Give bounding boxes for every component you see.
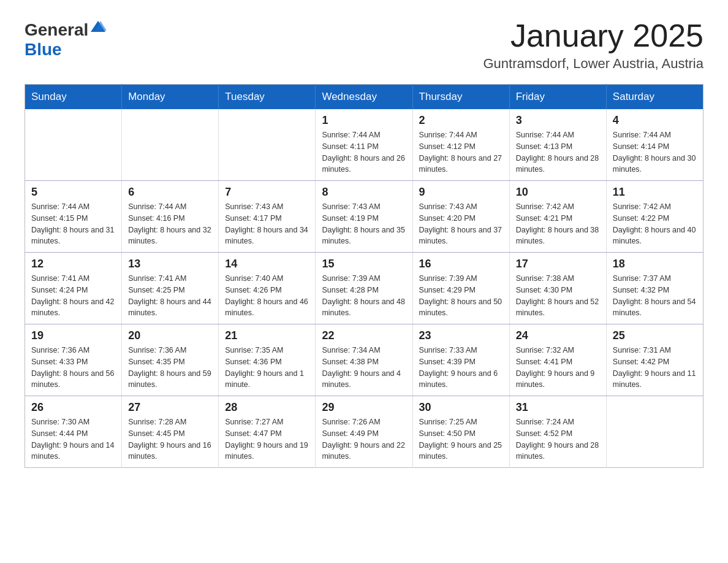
calendar-cell: 24Sunrise: 7:32 AM Sunset: 4:41 PM Dayli…	[509, 324, 606, 396]
week-row-5: 26Sunrise: 7:30 AM Sunset: 4:44 PM Dayli…	[25, 396, 703, 468]
day-info: Sunrise: 7:34 AM Sunset: 4:38 PM Dayligh…	[322, 345, 406, 391]
day-info: Sunrise: 7:39 AM Sunset: 4:29 PM Dayligh…	[419, 273, 503, 319]
day-number: 21	[225, 329, 309, 342]
day-number: 7	[225, 186, 309, 199]
calendar-cell: 29Sunrise: 7:26 AM Sunset: 4:49 PM Dayli…	[316, 396, 412, 468]
calendar-cell: 8Sunrise: 7:43 AM Sunset: 4:19 PM Daylig…	[316, 181, 412, 253]
header-cell-sunday: Sunday	[25, 85, 122, 110]
header-cell-monday: Monday	[122, 85, 219, 110]
week-row-4: 19Sunrise: 7:36 AM Sunset: 4:33 PM Dayli…	[25, 324, 703, 396]
calendar-cell: 2Sunrise: 7:44 AM Sunset: 4:12 PM Daylig…	[412, 109, 509, 181]
day-number: 28	[225, 401, 309, 414]
day-number: 14	[225, 258, 309, 270]
calendar-cell	[219, 109, 316, 181]
calendar-cell: 30Sunrise: 7:25 AM Sunset: 4:50 PM Dayli…	[412, 396, 509, 468]
day-number: 29	[322, 401, 406, 414]
day-number: 12	[31, 258, 115, 270]
header-cell-wednesday: Wednesday	[316, 85, 412, 110]
calendar-cell: 7Sunrise: 7:43 AM Sunset: 4:17 PM Daylig…	[219, 181, 316, 253]
calendar-cell: 13Sunrise: 7:41 AM Sunset: 4:25 PM Dayli…	[122, 253, 219, 324]
calendar-cell	[122, 109, 219, 181]
week-row-2: 5Sunrise: 7:44 AM Sunset: 4:15 PM Daylig…	[25, 181, 703, 253]
day-info: Sunrise: 7:43 AM Sunset: 4:19 PM Dayligh…	[322, 201, 406, 247]
calendar-cell	[606, 396, 703, 468]
day-info: Sunrise: 7:42 AM Sunset: 4:21 PM Dayligh…	[516, 201, 600, 247]
day-info: Sunrise: 7:27 AM Sunset: 4:47 PM Dayligh…	[225, 416, 309, 462]
calendar-cell: 11Sunrise: 7:42 AM Sunset: 4:22 PM Dayli…	[606, 181, 703, 253]
header-cell-thursday: Thursday	[412, 85, 509, 110]
calendar-body: 1Sunrise: 7:44 AM Sunset: 4:11 PM Daylig…	[25, 109, 703, 468]
day-info: Sunrise: 7:26 AM Sunset: 4:49 PM Dayligh…	[322, 416, 406, 462]
day-number: 13	[128, 258, 212, 270]
day-info: Sunrise: 7:28 AM Sunset: 4:45 PM Dayligh…	[128, 416, 212, 462]
day-number: 6	[128, 186, 212, 199]
day-info: Sunrise: 7:36 AM Sunset: 4:35 PM Dayligh…	[128, 345, 212, 391]
calendar-cell: 22Sunrise: 7:34 AM Sunset: 4:38 PM Dayli…	[316, 324, 412, 396]
day-number: 17	[516, 258, 600, 270]
day-info: Sunrise: 7:41 AM Sunset: 4:24 PM Dayligh…	[31, 273, 115, 319]
day-number: 20	[128, 329, 212, 342]
calendar-cell: 1Sunrise: 7:44 AM Sunset: 4:11 PM Daylig…	[316, 109, 412, 181]
header-cell-saturday: Saturday	[606, 85, 703, 110]
location-title: Guntramsdorf, Lower Austria, Austria	[483, 56, 704, 72]
header-cell-tuesday: Tuesday	[219, 85, 316, 110]
calendar-cell: 28Sunrise: 7:27 AM Sunset: 4:47 PM Dayli…	[219, 396, 316, 468]
day-info: Sunrise: 7:44 AM Sunset: 4:11 PM Dayligh…	[322, 129, 406, 175]
logo-icon	[89, 18, 107, 36]
day-info: Sunrise: 7:33 AM Sunset: 4:39 PM Dayligh…	[419, 345, 503, 391]
day-number: 31	[516, 401, 600, 414]
week-row-3: 12Sunrise: 7:41 AM Sunset: 4:24 PM Dayli…	[25, 253, 703, 324]
day-number: 22	[322, 329, 406, 342]
day-info: Sunrise: 7:44 AM Sunset: 4:16 PM Dayligh…	[128, 201, 212, 247]
page-header: General Blue January 2025 Guntramsdorf, …	[25, 18, 703, 72]
day-info: Sunrise: 7:44 AM Sunset: 4:14 PM Dayligh…	[613, 129, 697, 175]
day-number: 4	[613, 114, 697, 127]
day-info: Sunrise: 7:42 AM Sunset: 4:22 PM Dayligh…	[613, 201, 697, 247]
logo[interactable]: General Blue	[25, 18, 107, 59]
day-number: 10	[516, 186, 600, 199]
day-number: 16	[419, 258, 503, 270]
day-info: Sunrise: 7:44 AM Sunset: 4:15 PM Dayligh…	[31, 201, 115, 247]
day-number: 23	[419, 329, 503, 342]
day-number: 2	[419, 114, 503, 127]
calendar-cell: 18Sunrise: 7:37 AM Sunset: 4:32 PM Dayli…	[606, 253, 703, 324]
calendar-cell: 23Sunrise: 7:33 AM Sunset: 4:39 PM Dayli…	[412, 324, 509, 396]
calendar-cell: 16Sunrise: 7:39 AM Sunset: 4:29 PM Dayli…	[412, 253, 509, 324]
day-number: 30	[419, 401, 503, 414]
day-number: 3	[516, 114, 600, 127]
calendar-cell: 21Sunrise: 7:35 AM Sunset: 4:36 PM Dayli…	[219, 324, 316, 396]
calendar-cell: 27Sunrise: 7:28 AM Sunset: 4:45 PM Dayli…	[122, 396, 219, 468]
day-info: Sunrise: 7:31 AM Sunset: 4:42 PM Dayligh…	[613, 345, 697, 391]
day-info: Sunrise: 7:38 AM Sunset: 4:30 PM Dayligh…	[516, 273, 600, 319]
calendar-cell: 9Sunrise: 7:43 AM Sunset: 4:20 PM Daylig…	[412, 181, 509, 253]
day-info: Sunrise: 7:43 AM Sunset: 4:20 PM Dayligh…	[419, 201, 503, 247]
day-info: Sunrise: 7:25 AM Sunset: 4:50 PM Dayligh…	[419, 416, 503, 462]
day-info: Sunrise: 7:40 AM Sunset: 4:26 PM Dayligh…	[225, 273, 309, 319]
calendar-cell: 5Sunrise: 7:44 AM Sunset: 4:15 PM Daylig…	[25, 181, 122, 253]
day-number: 18	[613, 258, 697, 270]
calendar-cell: 6Sunrise: 7:44 AM Sunset: 4:16 PM Daylig…	[122, 181, 219, 253]
day-number: 5	[31, 186, 115, 199]
day-info: Sunrise: 7:37 AM Sunset: 4:32 PM Dayligh…	[613, 273, 697, 319]
calendar-cell: 15Sunrise: 7:39 AM Sunset: 4:28 PM Dayli…	[316, 253, 412, 324]
day-info: Sunrise: 7:43 AM Sunset: 4:17 PM Dayligh…	[225, 201, 309, 247]
day-number: 1	[322, 114, 406, 127]
calendar-cell: 20Sunrise: 7:36 AM Sunset: 4:35 PM Dayli…	[122, 324, 219, 396]
calendar-cell: 26Sunrise: 7:30 AM Sunset: 4:44 PM Dayli…	[25, 396, 122, 468]
day-info: Sunrise: 7:39 AM Sunset: 4:28 PM Dayligh…	[322, 273, 406, 319]
day-number: 24	[516, 329, 600, 342]
day-number: 26	[31, 401, 115, 414]
header-cell-friday: Friday	[509, 85, 606, 110]
week-row-1: 1Sunrise: 7:44 AM Sunset: 4:11 PM Daylig…	[25, 109, 703, 181]
calendar-cell: 17Sunrise: 7:38 AM Sunset: 4:30 PM Dayli…	[509, 253, 606, 324]
calendar-cell: 10Sunrise: 7:42 AM Sunset: 4:21 PM Dayli…	[509, 181, 606, 253]
day-number: 27	[128, 401, 212, 414]
calendar-cell	[25, 109, 122, 181]
day-info: Sunrise: 7:35 AM Sunset: 4:36 PM Dayligh…	[225, 345, 309, 391]
day-info: Sunrise: 7:41 AM Sunset: 4:25 PM Dayligh…	[128, 273, 212, 319]
month-title: January 2025	[483, 18, 704, 53]
calendar-cell: 4Sunrise: 7:44 AM Sunset: 4:14 PM Daylig…	[606, 109, 703, 181]
calendar-cell: 25Sunrise: 7:31 AM Sunset: 4:42 PM Dayli…	[606, 324, 703, 396]
calendar-table: SundayMondayTuesdayWednesdayThursdayFrid…	[25, 84, 703, 468]
day-info: Sunrise: 7:24 AM Sunset: 4:52 PM Dayligh…	[516, 416, 600, 462]
